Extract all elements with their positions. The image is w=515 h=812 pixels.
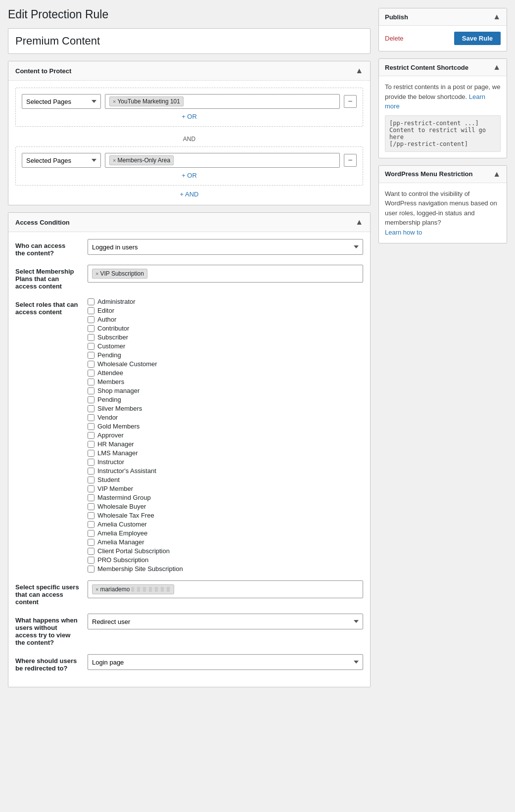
role-item: Wholesale Customer [88, 360, 363, 368]
membership-plans-input[interactable]: × VIP Subscription [88, 265, 363, 283]
remove-group-1-btn[interactable]: − [344, 95, 357, 108]
role-item: Wholesale Tax Free [88, 512, 363, 519]
remove-group-2-btn[interactable]: − [344, 154, 357, 167]
menu-restriction-body: Want to control the visibility of WordPr… [379, 183, 507, 243]
content-tags-2[interactable]: × Members-Only Area [105, 153, 340, 168]
role-checkbox-21[interactable] [88, 485, 94, 492]
content-group-1: Selected Pages All Pages Selected Posts … [15, 88, 363, 127]
publish-panel: Publish ▲ Delete Save Rule [378, 8, 507, 51]
tag-youtube-remove[interactable]: × [113, 98, 116, 104]
menu-restriction-toggle[interactable]: ▲ [493, 170, 501, 179]
role-checkbox-10[interactable] [88, 387, 94, 394]
role-item: Pending [88, 351, 363, 359]
roles-list: Administrator Editor Author Contributor … [88, 298, 363, 573]
roles-control: Administrator Editor Author Contributor … [88, 298, 363, 573]
tag-members-area-remove[interactable]: × [113, 157, 116, 163]
content-to-protect-toggle[interactable]: ▲ [355, 66, 363, 75]
who-access-control: Logged in users Everyone Logged out user… [88, 239, 363, 255]
user-tag-mariademo-remove[interactable]: × [95, 586, 98, 592]
role-item: Customer [88, 342, 363, 350]
role-checkbox-19[interactable] [88, 468, 94, 475]
role-checkbox-2[interactable] [88, 316, 94, 323]
what-happens-select[interactable]: Redirect user Show message Show login fo… [88, 614, 363, 629]
content-to-protect-header: Content to Protect ▲ [8, 61, 370, 81]
role-checkbox-24[interactable] [88, 512, 94, 519]
role-checkbox-9[interactable] [88, 379, 94, 385]
or-link-1[interactable]: + OR [22, 113, 357, 120]
role-checkbox-13[interactable] [88, 414, 94, 421]
role-checkbox-27[interactable] [88, 539, 94, 546]
role-checkbox-16[interactable] [88, 441, 94, 448]
restrict-shortcode-panel: Restrict Content Shortcode ▲ To restrict… [378, 58, 507, 158]
what-happens-control: Redirect user Show message Show login fo… [88, 614, 363, 629]
role-checkbox-7[interactable] [88, 361, 94, 368]
role-checkbox-0[interactable] [88, 298, 94, 305]
who-access-row: Who can accessthe content? Logged in use… [15, 239, 363, 257]
role-checkbox-5[interactable] [88, 343, 94, 350]
access-condition-body: Who can accessthe content? Logged in use… [8, 232, 370, 687]
rule-name-box [8, 28, 371, 54]
specific-users-input[interactable]: × mariademo [88, 580, 363, 598]
role-checkbox-17[interactable] [88, 450, 94, 457]
access-condition-header: Access Condition ▲ [8, 213, 370, 232]
content-tags-1[interactable]: × YouTube Marketing 101 [105, 94, 340, 109]
tag-vip-remove[interactable]: × [95, 271, 98, 277]
user-avatar-blurred [131, 587, 171, 592]
publish-toggle[interactable]: ▲ [493, 12, 501, 21]
content-type-select-1[interactable]: Selected Pages All Pages Selected Posts … [22, 94, 101, 109]
role-item: Approver [88, 431, 363, 439]
role-checkbox-22[interactable] [88, 494, 94, 501]
redirect-to-control: Login page Home page Custom URL [88, 654, 363, 670]
publish-body: Delete Save Rule [379, 26, 507, 51]
role-checkbox-30[interactable] [88, 566, 94, 573]
who-access-select[interactable]: Logged in users Everyone Logged out user… [88, 239, 363, 255]
role-checkbox-4[interactable] [88, 334, 94, 341]
role-item: Student [88, 476, 363, 483]
rule-name-input[interactable] [15, 35, 363, 48]
role-checkbox-18[interactable] [88, 459, 94, 466]
page-title: Edit Protection Rule [8, 8, 371, 21]
role-checkbox-25[interactable] [88, 521, 94, 528]
delete-link[interactable]: Delete [385, 35, 404, 42]
shortcode-box: [pp-restrict-content ...] Content to res… [385, 115, 501, 152]
role-checkbox-29[interactable] [88, 557, 94, 564]
content-to-protect-body: Selected Pages All Pages Selected Posts … [8, 81, 370, 205]
membership-plans-row: Select Membership Plans that can access … [15, 265, 363, 290]
role-checkbox-23[interactable] [88, 503, 94, 510]
specific-users-row: Select specific users that can access co… [15, 580, 363, 606]
menu-restriction-desc: Want to control the visibility of WordPr… [385, 189, 501, 238]
save-rule-button[interactable]: Save Rule [454, 32, 501, 45]
role-checkbox-8[interactable] [88, 370, 94, 377]
or-link-2[interactable]: + OR [22, 172, 357, 179]
access-condition-panel: Access Condition ▲ Who can accessthe con… [8, 212, 371, 687]
content-type-select-2[interactable]: Selected Pages All Pages Selected Posts … [22, 153, 101, 168]
role-checkbox-14[interactable] [88, 423, 94, 430]
role-checkbox-28[interactable] [88, 548, 94, 555]
role-checkbox-1[interactable] [88, 307, 94, 314]
redirect-to-select[interactable]: Login page Home page Custom URL [88, 654, 363, 670]
restrict-shortcode-toggle[interactable]: ▲ [493, 63, 501, 72]
content-row-2: Selected Pages All Pages Selected Posts … [22, 153, 357, 168]
access-condition-toggle[interactable]: ▲ [355, 218, 363, 227]
role-checkbox-15[interactable] [88, 432, 94, 439]
role-checkbox-11[interactable] [88, 396, 94, 403]
learn-how-link[interactable]: Learn how to [385, 229, 422, 236]
and-link[interactable]: + AND [15, 191, 363, 198]
role-item: Pending [88, 396, 363, 403]
role-item: Shop manager [88, 387, 363, 394]
publish-actions: Delete Save Rule [385, 32, 501, 45]
role-item: Amelia Manager [88, 538, 363, 546]
role-item: Wholesale Buyer [88, 503, 363, 510]
tag-vip-subscription: × VIP Subscription [92, 269, 147, 279]
access-condition-title: Access Condition [15, 219, 70, 226]
role-checkbox-26[interactable] [88, 530, 94, 537]
role-checkbox-6[interactable] [88, 352, 94, 359]
menu-restriction-header: WordPress Menu Restriction ▲ [379, 166, 507, 183]
roles-row: Select roles that can access content Adm… [15, 298, 363, 573]
role-item: Instructor's Assistant [88, 467, 363, 475]
role-checkbox-3[interactable] [88, 325, 94, 332]
role-item: VIP Member [88, 485, 363, 492]
role-checkbox-20[interactable] [88, 477, 94, 483]
role-checkbox-12[interactable] [88, 405, 94, 412]
tag-members-area: × Members-Only Area [109, 155, 174, 165]
